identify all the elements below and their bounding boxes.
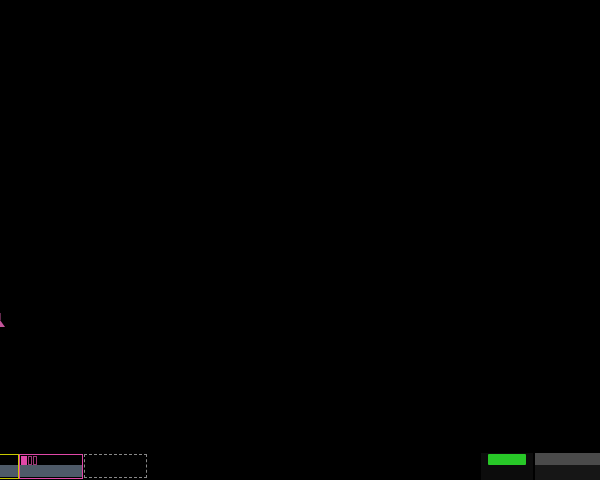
time-axis (0, 318, 600, 331)
channel-descriptor-c1[interactable] (0, 454, 19, 479)
c2-label (21, 456, 27, 465)
timebase-descriptor[interactable] (535, 453, 600, 480)
add-trace-button[interactable] (84, 454, 147, 478)
waveform-display[interactable] (0, 0, 600, 332)
trigger-marker-line (0, 313, 1, 320)
c2-coupling-badge (33, 456, 37, 465)
timebase-title (535, 453, 600, 465)
trigger-position-marker[interactable] (0, 320, 5, 327)
c1-volts-per-div (0, 465, 18, 477)
measurement-table (0, 337, 600, 348)
hd-mode-badge (488, 454, 526, 465)
acquisition-status (481, 453, 533, 480)
bottom-bar (0, 453, 600, 480)
c2-volts-per-div (20, 465, 82, 477)
c2-eres-badge (28, 456, 32, 465)
timebase-value (535, 465, 600, 467)
measurement-header-row (0, 337, 600, 348)
oscilloscope-screen (0, 0, 600, 480)
channel-descriptor-c2[interactable] (19, 454, 83, 479)
measurement-histicons (0, 428, 600, 455)
